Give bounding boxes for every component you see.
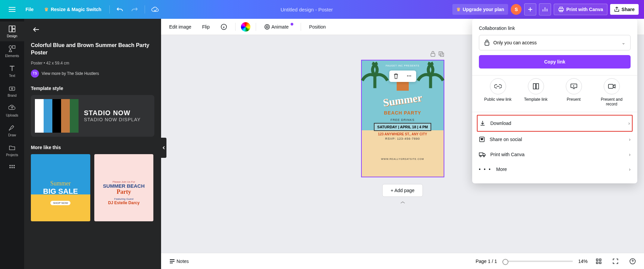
rail-uploads[interactable]: Uploads <box>0 101 24 121</box>
download-label: Download <box>490 121 511 126</box>
download-icon <box>480 120 486 126</box>
rail-design[interactable]: Design <box>0 21 24 41</box>
style-card[interactable]: STADIO NOW STADIO NOW DISPLAY <box>31 95 154 137</box>
access-dropdown[interactable]: Only you can access ⌄ <box>479 35 631 50</box>
collapse-pages-handle[interactable] <box>399 201 406 204</box>
rail-brand[interactable]: Brand <box>0 81 24 101</box>
poster-canvas[interactable]: ⋯ FAUGET INC PRESENTS Summer BEACH PARTY… <box>361 60 444 177</box>
more-label: More <box>496 167 507 172</box>
divider <box>256 23 256 31</box>
divider <box>301 23 301 31</box>
thumb-text: UP TO 55% OFF <box>48 196 73 199</box>
option-label: Present and record <box>597 97 627 106</box>
rail-projects[interactable]: Projects <box>0 140 24 160</box>
divider <box>109 5 110 13</box>
rail-apps[interactable] <box>0 160 24 175</box>
upgrade-label: Upgrade your plan <box>463 7 504 12</box>
template-thumb-2[interactable]: Please Join Us For SUMMER BEACH Party Fe… <box>94 154 154 221</box>
svg-rect-28 <box>439 52 442 55</box>
color-picker[interactable] <box>241 22 250 32</box>
resize-label: Resize & Magic Switch <box>51 7 101 12</box>
expand-icon <box>612 258 618 264</box>
svg-rect-7 <box>12 46 15 48</box>
template-thumb-1[interactable]: Summer BIG SALE UP TO 55% OFF SHOP NOW <box>31 154 90 221</box>
zoom-slider[interactable] <box>502 261 573 262</box>
share-social-option[interactable]: Share on social › <box>479 132 631 147</box>
resize-magic-switch[interactable]: ♛ Resize & Magic Switch <box>40 4 105 15</box>
delete-element[interactable] <box>389 71 403 82</box>
analytics-button[interactable] <box>539 3 551 15</box>
collapse-panel-handle[interactable] <box>161 138 166 158</box>
svg-point-9 <box>11 88 13 89</box>
share-button[interactable]: Share <box>610 4 639 15</box>
more-option[interactable]: • • • More › <box>479 162 631 177</box>
palette-swatch <box>70 99 79 133</box>
bottom-bar: Notes Page 1 / 1 14% <box>161 253 644 269</box>
animate-button[interactable]: Animate <box>261 22 295 32</box>
document-title[interactable]: Untitled design - Poster <box>164 7 450 12</box>
svg-rect-37 <box>536 84 539 89</box>
poster-logo <box>397 81 409 91</box>
hamburger-menu[interactable] <box>5 3 19 16</box>
rail-label: Design <box>7 34 17 38</box>
share-options-row: Public view link Template link Present P… <box>479 78 631 106</box>
print-canva-label: Print with Canva <box>490 152 525 157</box>
grid-view-button[interactable] <box>593 256 604 266</box>
author-row[interactable]: TS View more by The Side Hustlers <box>31 70 154 78</box>
edit-image-button[interactable]: Edit image <box>166 22 194 32</box>
poster-presenter: FAUGET INC PRESENTS <box>386 64 419 67</box>
undo-button[interactable] <box>114 3 126 15</box>
add-member-button[interactable] <box>524 3 536 15</box>
notes-button[interactable]: Notes <box>166 257 192 266</box>
duplicate-page-icon[interactable] <box>438 51 444 57</box>
link-icon <box>490 78 506 94</box>
flip-button[interactable]: Flip <box>199 22 212 32</box>
svg-point-17 <box>265 25 269 29</box>
divider <box>145 5 145 13</box>
more-templates-grid: Summer BIG SALE UP TO 55% OFF SHOP NOW P… <box>31 154 154 221</box>
template-link-option[interactable]: Template link <box>521 78 551 106</box>
top-header: File ♛ Resize & Magic Switch Untitled de… <box>0 0 644 19</box>
print-canva-option[interactable]: Print with Canva › <box>479 147 631 162</box>
user-avatar[interactable]: S <box>511 4 522 15</box>
cloud-sync[interactable] <box>149 3 161 15</box>
fullscreen-button[interactable] <box>610 256 621 266</box>
print-with-canva-header[interactable]: Print with Canva <box>554 4 607 15</box>
upgrade-button[interactable]: ♛ Upgrade your plan <box>452 4 508 15</box>
present-option[interactable]: Present <box>559 78 589 106</box>
chevron-up-icon <box>399 201 406 204</box>
share-label: Share <box>622 7 635 12</box>
svg-rect-30 <box>596 259 598 261</box>
lock-page-icon[interactable] <box>430 51 436 57</box>
more-element-options[interactable]: ⋯ <box>403 71 416 82</box>
printer-icon <box>558 7 564 12</box>
animate-icon <box>264 24 270 30</box>
poster-address: 123 ANYWHERE ST., ANY CITY <box>378 132 427 136</box>
svg-point-6 <box>9 46 12 48</box>
file-menu[interactable]: File <box>21 4 38 15</box>
rail-draw[interactable]: Draw <box>0 121 24 140</box>
template-style-heading: Template style <box>31 86 154 91</box>
back-button[interactable] <box>31 24 42 35</box>
poster-free-drinks: FREE DRINKS <box>391 118 415 122</box>
chevron-left-icon <box>162 146 165 150</box>
redo-button[interactable] <box>129 3 141 15</box>
chevron-right-icon: › <box>629 167 631 172</box>
chevron-right-icon: › <box>629 137 631 142</box>
page-indicator[interactable]: Page 1 / 1 <box>476 259 497 264</box>
svg-rect-0 <box>559 8 563 11</box>
rail-label: Elements <box>5 54 19 58</box>
rail-elements[interactable]: Elements <box>0 41 24 61</box>
info-button[interactable] <box>218 21 230 32</box>
public-view-link-option[interactable]: Public view link <box>483 78 513 106</box>
help-button[interactable] <box>627 256 639 267</box>
collab-label: Collaboration link <box>479 26 631 31</box>
present-record-option[interactable]: Present and record <box>597 78 627 106</box>
palette-swatch <box>52 99 61 133</box>
copy-link-button[interactable]: Copy link <box>479 55 631 69</box>
position-button[interactable]: Position <box>306 22 329 32</box>
zoom-percent[interactable]: 14% <box>578 259 588 264</box>
add-page-button[interactable]: + Add page <box>382 184 423 197</box>
download-option[interactable]: Download › <box>477 115 633 132</box>
rail-text[interactable]: Text <box>0 61 24 81</box>
